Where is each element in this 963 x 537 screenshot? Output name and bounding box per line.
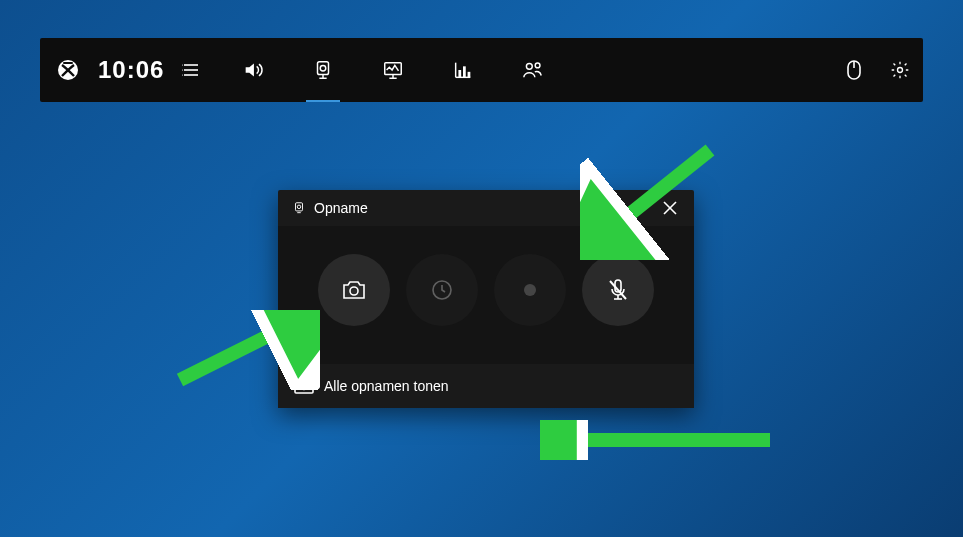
svg-point-5 — [182, 70, 183, 71]
close-button[interactable] — [654, 192, 686, 224]
svg-point-19 — [527, 63, 533, 69]
widgets-menu-icon[interactable] — [182, 61, 200, 79]
svg-rect-24 — [296, 203, 303, 211]
capture-widget-body — [278, 226, 694, 364]
svg-rect-16 — [459, 70, 462, 77]
gallery-icon-wrap — [294, 378, 314, 394]
mouse-button[interactable] — [831, 38, 877, 102]
svg-rect-17 — [463, 66, 466, 77]
social-tab[interactable] — [498, 38, 568, 102]
clock: 10:06 — [98, 56, 164, 84]
webcam-icon — [312, 59, 334, 81]
game-bar-toolbar: 10:06 — [40, 38, 923, 102]
camera-icon — [341, 279, 367, 301]
show-all-captures-label: Alle opnamen tonen — [324, 378, 449, 394]
svg-rect-18 — [468, 72, 471, 78]
capture-widget-title-wrap: Opname — [292, 200, 622, 216]
svg-point-23 — [898, 68, 903, 73]
svg-point-20 — [536, 63, 541, 68]
svg-point-29 — [350, 287, 358, 295]
webcam-small-icon — [292, 201, 306, 215]
svg-line-39 — [180, 325, 290, 380]
capture-widget-header: Opname — [278, 190, 694, 226]
toolbar-left-group: 10:06 — [40, 56, 218, 84]
mouse-icon — [845, 59, 863, 81]
notification-badge — [309, 376, 316, 383]
svg-point-31 — [524, 284, 536, 296]
show-all-captures-button[interactable]: Alle opnamen tonen — [278, 364, 694, 408]
capture-widget-title: Opname — [314, 200, 368, 216]
annotation-arrow-bottom — [540, 420, 780, 460]
toolbar-tabs — [218, 38, 831, 102]
capture-widget: Opname — [278, 190, 694, 408]
svg-point-8 — [321, 65, 327, 71]
mic-toggle-button[interactable] — [582, 254, 654, 326]
svg-point-37 — [302, 385, 307, 390]
record-dot-icon — [523, 283, 537, 297]
svg-point-25 — [297, 205, 301, 209]
capture-tab[interactable] — [288, 38, 358, 102]
record-button — [494, 254, 566, 326]
audio-tab[interactable] — [218, 38, 288, 102]
people-icon — [521, 59, 545, 81]
pin-button[interactable] — [622, 192, 654, 224]
record-last-button — [406, 254, 478, 326]
gear-icon — [890, 60, 910, 80]
performance-tab[interactable] — [358, 38, 428, 102]
svg-rect-7 — [318, 62, 329, 75]
toolbar-right-group — [831, 38, 923, 102]
history-icon — [430, 278, 454, 302]
pin-icon — [630, 200, 646, 216]
screenshot-button[interactable] — [318, 254, 390, 326]
resources-tab[interactable] — [428, 38, 498, 102]
svg-point-4 — [182, 65, 183, 66]
mic-off-icon — [607, 278, 629, 302]
xbox-logo-icon[interactable] — [56, 58, 80, 82]
svg-point-6 — [182, 75, 183, 76]
bar-chart-icon — [452, 59, 474, 81]
monitor-icon — [382, 59, 404, 81]
close-icon — [663, 201, 677, 215]
settings-button[interactable] — [877, 38, 923, 102]
speaker-icon — [242, 59, 264, 81]
